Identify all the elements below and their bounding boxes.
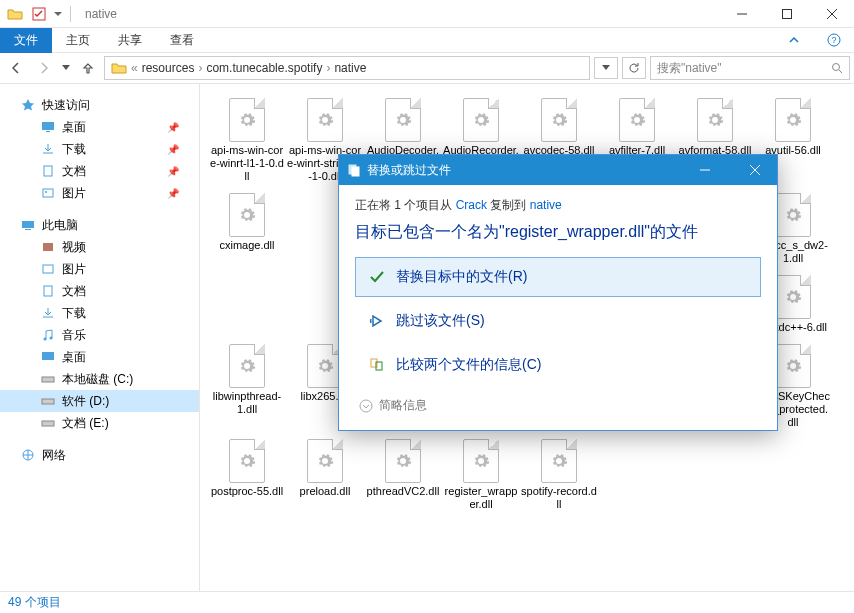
pin-icon: 📌 <box>167 188 179 199</box>
breadcrumb-item[interactable]: resources <box>142 61 195 75</box>
search-placeholder: 搜索"native" <box>657 60 831 77</box>
history-dropdown[interactable] <box>594 57 618 79</box>
folder-icon <box>4 3 26 25</box>
file-name: register_wrapper.dll <box>443 485 519 511</box>
status-bar: 49 个项目 <box>0 591 854 613</box>
option-skip[interactable]: 跳过该文件(S) <box>355 301 761 341</box>
option-label: 比较两个文件的信息(C) <box>396 356 541 374</box>
chevron-right-icon: › <box>326 61 330 75</box>
sidebar-item-drive-c[interactable]: 本地磁盘 (C:) <box>0 368 199 390</box>
file-item[interactable]: register_wrapper.dll <box>442 437 520 511</box>
address-bar: « resources › com.tunecable.spotify › na… <box>0 52 854 84</box>
copy-dest-link[interactable]: native <box>530 198 562 212</box>
properties-icon[interactable] <box>28 3 50 25</box>
file-name: spotify-record.dll <box>521 485 597 511</box>
help-icon[interactable]: ? <box>814 33 854 47</box>
copy-mid: 复制到 <box>487 198 530 212</box>
copy-source-link[interactable]: Crack <box>456 198 487 212</box>
dialog-close-button[interactable] <box>733 155 777 185</box>
back-button[interactable] <box>4 56 28 80</box>
sidebar-item-documents[interactable]: 文档 <box>0 280 199 302</box>
dll-file-icon <box>691 96 739 144</box>
dialog-copy-line: 正在将 1 个项目从 Crack 复制到 native <box>355 197 761 214</box>
quick-access[interactable]: 快速访问 <box>0 94 199 116</box>
file-item[interactable]: pthreadVC2.dll <box>364 437 442 511</box>
forward-button[interactable] <box>32 56 56 80</box>
close-button[interactable] <box>809 0 854 28</box>
sidebar-item-drive-e[interactable]: 文档 (E:) <box>0 412 199 434</box>
sidebar-label: 网络 <box>42 447 66 464</box>
this-pc[interactable]: 此电脑 <box>0 214 199 236</box>
tab-home[interactable]: 主页 <box>52 28 104 53</box>
dialog-minimize-button[interactable] <box>683 155 727 185</box>
picture-icon <box>40 261 56 277</box>
svg-rect-21 <box>42 399 54 404</box>
tab-share[interactable]: 共享 <box>104 28 156 53</box>
dll-file-icon <box>223 96 271 144</box>
svg-rect-14 <box>43 243 53 251</box>
search-icon <box>831 62 843 74</box>
sidebar-item-pictures[interactable]: 图片 <box>0 258 199 280</box>
dropdown-icon[interactable] <box>52 3 64 25</box>
breadcrumb-item[interactable]: com.tunecable.spotify <box>206 61 322 75</box>
ribbon: 文件 主页 共享 查看 ? <box>0 28 854 52</box>
sidebar-item-documents[interactable]: 文档📌 <box>0 160 199 182</box>
pin-icon: 📌 <box>167 144 179 155</box>
option-compare[interactable]: 比较两个文件的信息(C) <box>355 345 761 385</box>
svg-point-17 <box>44 338 47 341</box>
ribbon-expand-icon[interactable] <box>774 33 814 47</box>
sidebar-item-videos[interactable]: 视频 <box>0 236 199 258</box>
sidebar-label: 图片 <box>62 261 86 278</box>
document-icon <box>40 283 56 299</box>
dialog-footer[interactable]: 简略信息 <box>355 389 761 414</box>
sidebar-item-downloads[interactable]: 下载📌 <box>0 138 199 160</box>
dll-file-icon <box>535 437 583 485</box>
network[interactable]: 网络 <box>0 444 199 466</box>
sidebar-item-desktop[interactable]: 桌面 <box>0 346 199 368</box>
up-button[interactable] <box>76 56 100 80</box>
dialog-titlebar: 替换或跳过文件 <box>339 155 777 185</box>
desktop-icon <box>40 349 56 365</box>
file-item[interactable]: libwinpthread-1.dll <box>208 342 286 429</box>
file-item[interactable]: api-ms-win-core-winrt-l1-1-0.dll <box>208 96 286 183</box>
skip-icon <box>368 312 386 330</box>
search-box[interactable]: 搜索"native" <box>650 56 850 80</box>
file-name: postproc-55.dll <box>211 485 283 498</box>
pin-icon: 📌 <box>167 166 179 177</box>
option-replace[interactable]: 替换目标中的文件(R) <box>355 257 761 297</box>
svg-rect-20 <box>42 377 54 382</box>
maximize-button[interactable] <box>764 0 809 28</box>
breadcrumb-sep: « <box>131 61 138 75</box>
sidebar-item-pictures[interactable]: 图片📌 <box>0 182 199 204</box>
dll-file-icon <box>535 96 583 144</box>
file-item[interactable]: cximage.dll <box>208 191 286 265</box>
svg-point-5 <box>833 64 840 71</box>
sidebar-label: 桌面 <box>62 119 86 136</box>
dialog-heading: 目标已包含一个名为"register_wrapper.dll"的文件 <box>355 222 761 243</box>
dll-file-icon <box>457 96 505 144</box>
copy-prefix: 正在将 1 个项目从 <box>355 198 456 212</box>
sidebar-label: 本地磁盘 (C:) <box>62 371 133 388</box>
sidebar-item-downloads[interactable]: 下载 <box>0 302 199 324</box>
tab-view[interactable]: 查看 <box>156 28 208 53</box>
tab-file[interactable]: 文件 <box>0 28 52 53</box>
file-item[interactable]: postproc-55.dll <box>208 437 286 511</box>
sidebar-item-desktop[interactable]: 桌面📌 <box>0 116 199 138</box>
dll-file-icon <box>379 96 427 144</box>
sidebar-label: 图片 <box>62 185 86 202</box>
breadcrumb[interactable]: « resources › com.tunecable.spotify › na… <box>104 56 590 80</box>
dll-file-icon <box>301 96 349 144</box>
sidebar-label: 文档 <box>62 163 86 180</box>
drive-icon <box>40 415 56 431</box>
svg-rect-12 <box>22 221 34 228</box>
minimize-button[interactable] <box>719 0 764 28</box>
sidebar-label: 下载 <box>62 141 86 158</box>
picture-icon <box>40 185 56 201</box>
breadcrumb-item[interactable]: native <box>334 61 366 75</box>
refresh-button[interactable] <box>622 57 646 79</box>
file-item[interactable]: spotify-record.dll <box>520 437 598 511</box>
sidebar-item-drive-d[interactable]: 软件 (D:) <box>0 390 199 412</box>
sidebar-item-music[interactable]: 音乐 <box>0 324 199 346</box>
recent-dropdown[interactable] <box>60 56 72 80</box>
file-item[interactable]: preload.dll <box>286 437 364 511</box>
